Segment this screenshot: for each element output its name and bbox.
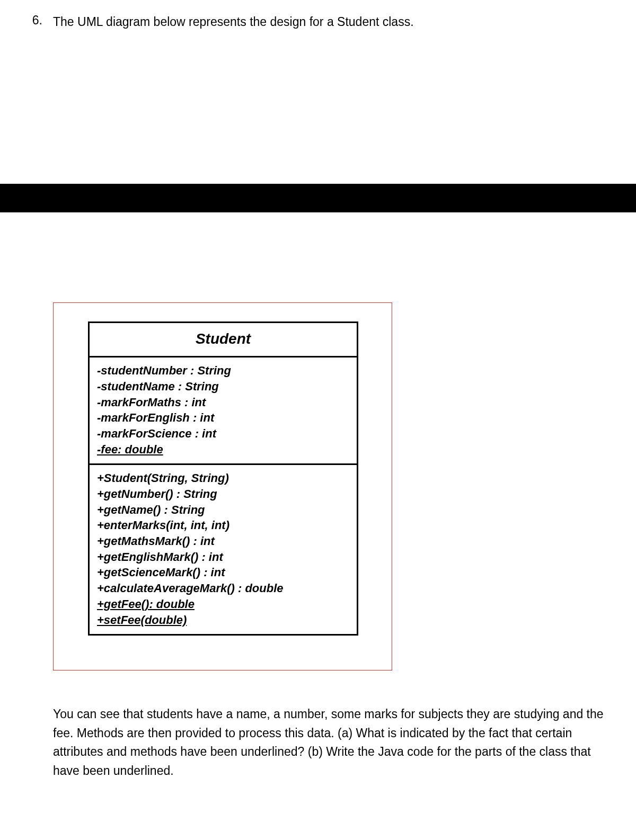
uml-method-row: +getName() : String xyxy=(97,502,349,518)
uml-method-row: +setFee(double) xyxy=(97,612,349,628)
uml-attribute-row: -fee: double xyxy=(97,442,349,458)
question-number: 6. xyxy=(26,13,42,30)
uml-method-row: +calculateAverageMark() : double xyxy=(97,580,349,596)
uml-method-row: +getEnglishMark() : int xyxy=(97,549,349,565)
diagram-area: Student -studentNumber : String-studentN… xyxy=(0,212,636,686)
separator-bar xyxy=(0,184,636,212)
question-body: You can see that students have a name, a… xyxy=(0,686,636,802)
uml-class-name: Student xyxy=(90,323,357,358)
uml-methods-section: +Student(String, String)+getNumber() : S… xyxy=(90,465,357,634)
uml-method-row: +Student(String, String) xyxy=(97,470,349,486)
uml-attribute-row: -studentName : String xyxy=(97,379,349,395)
uml-method-row: +enterMarks(int, int, int) xyxy=(97,517,349,533)
uml-method-text: +setFee(double) xyxy=(97,613,187,627)
diagram-outline: Student -studentNumber : String-studentN… xyxy=(53,302,392,671)
question-row: 6. The UML diagram below represents the … xyxy=(26,13,610,30)
uml-class-box: Student -studentNumber : String-studentN… xyxy=(88,321,358,636)
uml-attributes-section: -studentNumber : String-studentName : St… xyxy=(90,358,357,465)
uml-attribute-row: -markForEnglish : int xyxy=(97,410,349,426)
uml-method-row: +getScienceMark() : int xyxy=(97,565,349,580)
uml-attribute-row: -studentNumber : String xyxy=(97,363,349,379)
uml-method-text: +getFee(): double xyxy=(97,597,195,611)
question-header: 6. The UML diagram below represents the … xyxy=(0,0,636,30)
uml-attribute-row: -markForScience : int xyxy=(97,426,349,442)
uml-method-row: +getFee(): double xyxy=(97,596,349,612)
question-intro: The UML diagram below represents the des… xyxy=(53,13,414,30)
uml-attribute-row: -markForMaths : int xyxy=(97,395,349,410)
uml-attribute-text: -fee: double xyxy=(97,443,163,456)
uml-method-row: +getNumber() : String xyxy=(97,486,349,502)
uml-method-row: +getMathsMark() : int xyxy=(97,533,349,549)
